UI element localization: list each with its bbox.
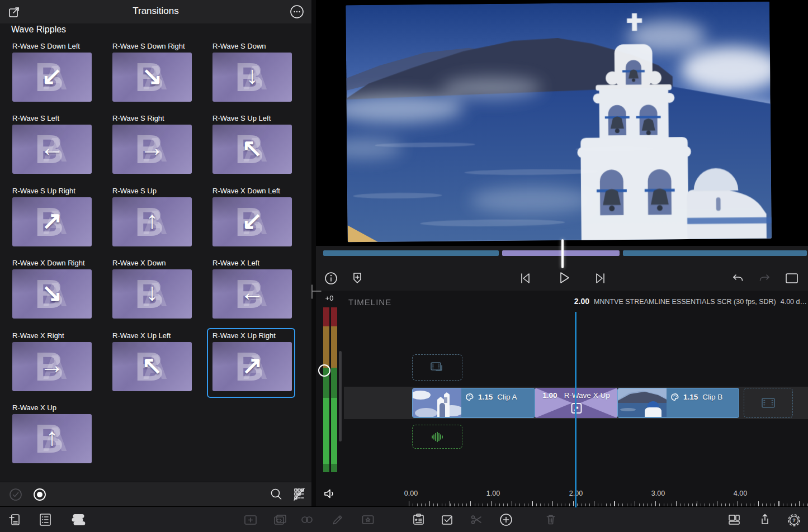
audio-meter-right [331,307,337,472]
transition-tile-r-wave-s-up-left[interactable]: R-Wave S Up LeftAB↖ [207,111,295,180]
redo-icon[interactable] [757,270,773,286]
library-list-icon[interactable] [37,512,53,528]
scrubber-clip-b-segment[interactable] [623,250,807,256]
panel-divider[interactable] [311,0,316,506]
select-icon[interactable] [440,512,455,528]
transition-tile-r-wave-x-up-right[interactable]: R-Wave X Up RightAB↗ [207,328,295,398]
panel-title: Transitions [0,6,311,17]
insert-clip-icon [243,512,258,528]
skip-forward-icon[interactable] [592,270,609,287]
clip-b-thumbnail [618,388,667,417]
play-icon[interactable] [555,269,573,287]
tile-arrow-icon: ↘ [112,61,192,90]
timeline-ruler-ticks[interactable] [409,501,808,506]
tile-thumbnail: AB↗ [212,342,292,391]
add-icon[interactable] [498,512,514,528]
tile-thumbnail: AB↓ [212,53,292,102]
delete-icon [543,512,559,528]
clip-attributes-icon[interactable] [410,512,426,528]
film-frames-icon [429,360,446,375]
volume-knob[interactable] [318,364,330,377]
empty-clip-placeholder[interactable] [744,388,793,418]
tile-label: R-Wave X Down [112,259,190,267]
palette-icon [670,393,679,401]
transitions-list: Wave Ripples R-Wave S Down LeftAB↙R-Wave… [0,23,311,482]
checkmark-circle-icon[interactable] [8,487,23,502]
transitions-panel: Transitions Wave Ripples R-Wave S Down L… [0,0,311,506]
tile-thumbnail: AB↖ [112,342,192,391]
gain-label: +0 [320,294,338,302]
scrubber-transition-segment[interactable] [502,250,620,256]
audio-track-placeholder[interactable] [412,425,462,449]
tile-label: R-Wave S Right [112,114,190,122]
transition-tile-r-wave-x-right[interactable]: R-Wave X RightAB→ [7,328,95,398]
timeline-clip-b[interactable]: 1.15 Clip B [617,388,739,418]
timeline-playhead[interactable] [575,312,577,507]
tile-arrow-icon: → [112,134,192,162]
tile-thumbnail: AB→ [112,125,192,174]
transitions-panel-footer [0,482,311,506]
share-icon[interactable] [757,512,773,528]
overlay-track-placeholder[interactable] [412,354,462,381]
edit-icon [330,512,346,528]
selected-indicator-icon[interactable] [32,487,48,502]
transition-tile-r-wave-x-up[interactable]: R-Wave X UpAB↑ [7,400,95,470]
tile-thumbnail: AB↘ [12,269,92,319]
undo-icon[interactable] [730,270,745,286]
transition-tile-r-wave-x-down-left[interactable]: R-Wave X Down LeftAB↙ [207,183,295,253]
add-marker-icon[interactable] [349,270,365,286]
tile-label: R-Wave S Left [12,114,89,122]
tile-label: R-Wave X Right [12,331,89,340]
tile-arrow-icon: ↖ [212,134,292,162]
film-frame-icon [760,397,776,409]
settings-help-icon[interactable]: ? [786,512,802,528]
skip-back-icon[interactable] [517,270,533,287]
transition-tile-r-wave-x-down[interactable]: R-Wave X DownAB↓ [107,255,195,325]
transition-tile-r-wave-s-down[interactable]: R-Wave S DownAB↓ [207,39,295,108]
info-icon[interactable] [323,270,339,286]
tile-arrow-icon: ← [212,278,292,306]
tile-arrow-icon: ↙ [12,61,92,90]
tile-label: R-Wave X Up Left [112,331,190,340]
clip-a-thumbnail [413,388,461,417]
add-project-icon[interactable] [7,512,23,528]
tile-thumbnail: AB↙ [212,197,292,246]
timeline-clip-a[interactable]: 1.15 Clip A [412,388,535,418]
overwrite-clip-icon [272,512,288,528]
clip-b-label: 1.15 Clip B [670,393,722,401]
transition-tile-r-wave-s-up[interactable]: R-Wave S UpAB↑ [107,183,195,253]
speaker-icon[interactable] [322,486,337,501]
preview-playhead[interactable] [561,239,564,268]
video-preview[interactable] [316,0,808,246]
more-options-icon[interactable] [289,4,305,20]
tile-thumbnail: AB↑ [112,197,192,246]
transition-tile-r-wave-s-up-right[interactable]: R-Wave S Up RightAB↗ [7,183,95,253]
transition-tile-r-wave-x-left[interactable]: R-Wave X LeftAB← [207,255,295,325]
tile-arrow-icon: ↗ [212,351,292,379]
timeline-scrollbar[interactable] [339,351,342,441]
preset-list-icon[interactable] [291,487,307,502]
ruler-label: 0.00 [404,490,418,497]
transition-tile-r-wave-s-down-left[interactable]: R-Wave S Down LeftAB↙ [7,39,95,108]
tile-arrow-icon: ↗ [12,206,92,235]
tile-label: R-Wave X Left [212,259,290,267]
tile-thumbnail: AB↘ [112,53,192,102]
tracks-icon[interactable] [70,512,86,528]
tile-label: R-Wave S Down Right [112,42,190,50]
tile-arrow-icon: ↑ [112,206,192,234]
tile-label: R-Wave S Up Left [212,114,290,122]
playhead-time: 2.00 [574,297,589,306]
transition-tile-r-wave-s-left[interactable]: R-Wave S LeftAB← [7,111,95,180]
transition-grid: R-Wave S Down LeftAB↙R-Wave S Down Right… [0,23,311,482]
tile-thumbnail: AB↑ [12,414,92,463]
transition-tile-r-wave-x-down-right[interactable]: R-Wave X Down RightAB↘ [7,255,95,325]
scrubber-clip-a-segment[interactable] [323,250,499,256]
layout-icon[interactable] [726,512,742,528]
transition-tile-r-wave-s-down-right[interactable]: R-Wave S Down RightAB↘ [107,39,195,108]
search-icon[interactable] [268,487,284,502]
ruler-label: 1.00 [486,490,500,497]
transition-tile-r-wave-x-up-left[interactable]: R-Wave X Up LeftAB↖ [107,328,195,398]
fullscreen-icon[interactable] [785,272,799,284]
transition-tile-r-wave-s-right[interactable]: R-Wave S RightAB→ [107,111,195,180]
tile-label: R-Wave X Down Left [212,187,290,195]
